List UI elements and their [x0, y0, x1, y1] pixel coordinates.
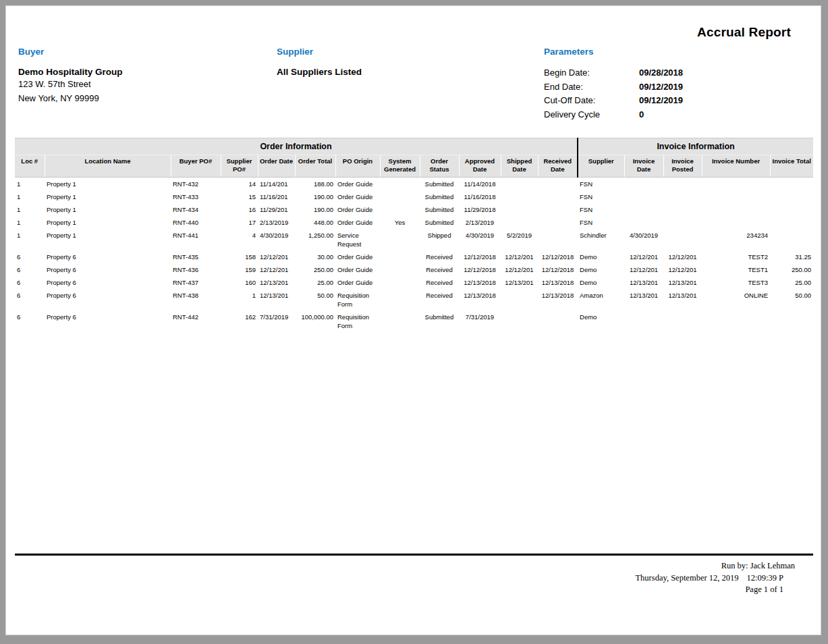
table-cell: Submitted	[420, 311, 459, 332]
table-cell	[380, 311, 420, 332]
table-cell	[663, 229, 702, 250]
table-cell: 4/30/2019	[459, 229, 501, 250]
parameter-delivery-cycle: Delivery Cycle 0	[544, 108, 683, 122]
table-cell: 1	[15, 229, 45, 250]
table-cell: 11/14/201	[258, 178, 295, 191]
group-header-invoice-information: Invoice Information	[578, 138, 813, 155]
table-cell	[501, 289, 538, 311]
table-cell	[624, 311, 663, 332]
table-cell: Order Guide	[335, 216, 380, 229]
accrual-report-page: { "title": "Accrual Report", "buyer": { …	[0, 0, 828, 644]
table-cell	[380, 289, 420, 311]
table-cell	[501, 190, 538, 203]
table-row: 1Property 1RNT-4321411/14/201188.00Order…	[15, 178, 813, 191]
table-cell: Schindler	[578, 229, 624, 250]
table-cell: Service Request	[335, 229, 380, 250]
table-cell: Order Guide	[335, 250, 380, 263]
table-cell: 1	[15, 216, 45, 229]
table-cell: 12/13/201	[624, 276, 663, 289]
table-row: 6Property 6RNT-4421627/31/2019100,000.00…	[15, 311, 813, 332]
table-cell: 11/29/2018	[459, 203, 501, 216]
parameter-begin-date: Begin Date: 09/28/2018	[544, 66, 683, 80]
table-cell: 11/16/2018	[459, 190, 501, 203]
buyer-address-line-1: 123 W. 57th Street	[18, 77, 123, 91]
table-cell: FSN	[578, 190, 624, 203]
buyer-section: Buyer Demo Hospitality Group 123 W. 57th…	[18, 47, 123, 105]
table-cell: Order Guide	[335, 190, 380, 203]
column-header: Shipped Date	[501, 155, 538, 178]
column-header: Invoice Total	[770, 155, 813, 178]
table-cell: 1	[15, 178, 45, 191]
table-cell	[501, 311, 538, 332]
column-header: Supplier PO#	[221, 155, 258, 178]
table-cell: Received	[420, 263, 459, 276]
table-cell: Demo	[578, 276, 624, 289]
column-header: Loc #	[15, 155, 45, 178]
report-title: Accrual Report	[697, 25, 791, 40]
table-group-header-row: Order InformationInvoice Information	[15, 138, 813, 155]
table-cell: Order Guide	[335, 263, 380, 276]
table-cell: 11/29/201	[258, 203, 295, 216]
table-cell: Property 1	[45, 178, 171, 191]
table-cell	[380, 263, 420, 276]
supplier-section-label: Supplier	[277, 47, 362, 57]
table-cell	[380, 250, 420, 263]
footer-datetime: Thursday, September 12, 201912:09:39 P	[635, 572, 795, 585]
table-cell: 4	[221, 229, 258, 250]
table-cell: 16	[221, 203, 258, 216]
table-cell: 162	[221, 311, 258, 332]
table-cell	[380, 203, 420, 216]
table-cell: TEST1	[702, 263, 770, 276]
table-cell: 50.00	[770, 289, 813, 311]
accrual-table: Order InformationInvoice InformationLoc …	[15, 138, 813, 332]
table-cell: TEST2	[702, 250, 770, 263]
parameter-end-date: End Date: 09/12/2019	[544, 80, 683, 95]
table-row: 1Property 1RNT-4341611/29/201190.00Order…	[15, 203, 813, 216]
table-cell: 12/12/2018	[538, 263, 578, 276]
table-cell: 12/12/2018	[538, 250, 578, 263]
table-cell	[770, 311, 813, 332]
table-cell	[663, 178, 702, 191]
table-cell: ONLINE	[702, 289, 770, 311]
table-cell: 12/13/201	[258, 276, 295, 289]
table-cell: Property 1	[45, 190, 171, 203]
table-cell: FSN	[578, 178, 624, 191]
table-cell: 1	[221, 289, 258, 311]
column-header: System Generated	[380, 155, 420, 178]
table-cell: 1	[15, 203, 45, 216]
column-header: Approved Date	[459, 155, 501, 178]
table-cell	[770, 190, 813, 203]
table-cell: 12/13/201	[663, 289, 702, 311]
table-cell: 190.00	[295, 190, 335, 203]
table-cell: 1	[15, 190, 45, 203]
column-header: Invoice Posted	[663, 155, 702, 178]
column-header: PO Origin	[335, 155, 380, 178]
table-cell: Property 6	[45, 276, 171, 289]
table-cell: 12/13/2018	[538, 289, 578, 311]
column-header: Location Name	[45, 155, 171, 178]
table-cell	[702, 311, 770, 332]
parameter-value: 0	[639, 108, 644, 122]
table-cell: Received	[420, 289, 459, 311]
report-footer: Run by: Jack Lehman Thursday, September …	[635, 560, 795, 596]
parameter-value: 09/12/2019	[639, 94, 683, 108]
table-row: 1Property 1RNT-44144/30/20191,250.00Serv…	[15, 229, 813, 250]
table-cell: Property 1	[45, 203, 171, 216]
parameter-label: End Date:	[544, 80, 639, 95]
table-cell	[538, 190, 578, 203]
table-cell	[770, 178, 813, 191]
table-cell	[624, 178, 663, 191]
table-cell: Demo	[578, 250, 624, 263]
table-cell	[624, 203, 663, 216]
table-cell: 12/12/201	[501, 263, 538, 276]
table-cell: 12/12/201	[663, 250, 702, 263]
table-cell: 6	[15, 311, 45, 332]
column-header: Supplier	[578, 155, 624, 178]
table-cell: 25.00	[770, 276, 813, 289]
table-cell: Order Guide	[335, 203, 380, 216]
column-header: Received Date	[538, 155, 578, 178]
table-cell	[663, 311, 702, 332]
table-row: 6Property 6RNT-43716012/13/20125.00Order…	[15, 276, 813, 289]
column-header: Order Total	[295, 155, 335, 178]
table-cell: 158	[221, 250, 258, 263]
